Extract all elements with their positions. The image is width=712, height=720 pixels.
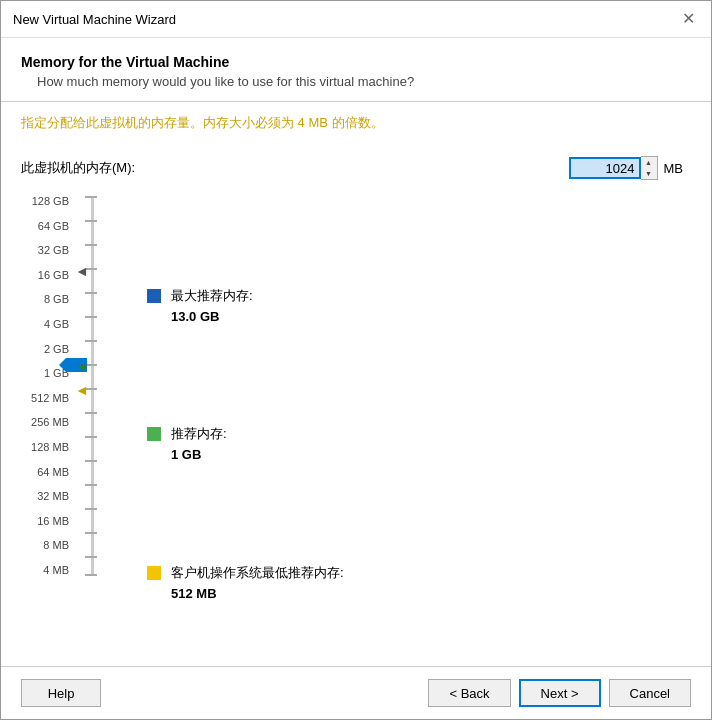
legend-min-recommended: 客户机操作系统最低推荐内存: 512 MB — [147, 564, 691, 601]
tick-4 — [85, 292, 97, 294]
title-bar: New Virtual Machine Wizard ✕ — [1, 1, 711, 38]
tick-2 — [85, 244, 97, 246]
memory-input[interactable] — [569, 157, 641, 179]
scale-64mb: 64 MB — [37, 467, 69, 478]
scale-2gb: 2 GB — [44, 344, 69, 355]
scale-4gb: 4 GB — [44, 319, 69, 330]
scale-256mb: 256 MB — [31, 417, 69, 428]
tick-13 — [85, 508, 97, 510]
footer-right-buttons: < Back Next > Cancel — [428, 679, 691, 707]
tick-10 — [85, 436, 97, 438]
footer-area: Help < Back Next > Cancel — [1, 666, 711, 719]
max-recommended-label: 最大推荐内存: — [171, 287, 253, 305]
scale-512mb: 512 MB — [31, 393, 69, 404]
min-recommended-arrow-icon: ◄ — [75, 383, 89, 397]
scale-128gb: 128 GB — [32, 196, 69, 207]
dialog-title: New Virtual Machine Wizard — [13, 12, 176, 27]
scale-64gb: 64 GB — [38, 221, 69, 232]
spinner-down-button[interactable]: ▼ — [641, 168, 657, 179]
legend-recommended: 推荐内存: 1 GB — [147, 425, 691, 462]
max-recommended-value: 13.0 GB — [171, 309, 691, 324]
tick-16 — [85, 574, 97, 576]
max-recommended-color-box — [147, 289, 161, 303]
recommended-color-box — [147, 427, 161, 441]
scale-4mb: 4 MB — [43, 565, 69, 576]
legends-area: 最大推荐内存: 13.0 GB 推荐内存: 1 GB 客户机 — [107, 196, 691, 654]
legend-max-row: 最大推荐内存: — [147, 287, 691, 305]
recommended-value: 1 GB — [171, 447, 691, 462]
tick-12 — [85, 484, 97, 486]
tick-5 — [85, 316, 97, 318]
tick-0 — [85, 196, 97, 198]
scale-32mb: 32 MB — [37, 491, 69, 502]
scale-16gb: 16 GB — [38, 270, 69, 281]
content-area: 指定分配给此虚拟机的内存量。内存大小必须为 4 MB 的倍数。 此虚拟机的内存(… — [1, 102, 711, 666]
min-recommended-value: 512 MB — [171, 586, 691, 601]
memory-label: 此虚拟机的内存(M): — [21, 159, 135, 177]
tick-6 — [85, 340, 97, 342]
min-recommended-color-box — [147, 566, 161, 580]
recommended-arrow-icon: ◄ — [75, 359, 89, 373]
header-subtitle: How much memory would you like to use fo… — [21, 74, 691, 89]
tick-1 — [85, 220, 97, 222]
close-button[interactable]: ✕ — [678, 9, 699, 29]
max-recommended-arrow-icon: ◄ — [75, 264, 89, 278]
scale-128mb: 128 MB — [31, 442, 69, 453]
slider-area: 128 GB 64 GB 32 GB 16 GB 8 GB 4 GB 2 GB … — [21, 196, 691, 654]
back-button[interactable]: < Back — [428, 679, 510, 707]
scale-8gb: 8 GB — [44, 294, 69, 305]
dialog-window: New Virtual Machine Wizard ✕ Memory for … — [0, 0, 712, 720]
memory-row: 此虚拟机的内存(M): ▲ ▼ MB — [21, 156, 691, 180]
legend-min-row: 客户机操作系统最低推荐内存: — [147, 564, 691, 582]
spinner-up-button[interactable]: ▲ — [641, 157, 657, 168]
help-button[interactable]: Help — [21, 679, 101, 707]
tick-15 — [85, 556, 97, 558]
tick-11 — [85, 460, 97, 462]
spinner-buttons: ▲ ▼ — [641, 156, 658, 180]
header-section: Memory for the Virtual Machine How much … — [1, 38, 711, 102]
legend-rec-row: 推荐内存: — [147, 425, 691, 443]
scale-8mb: 8 MB — [43, 540, 69, 551]
recommended-label: 推荐内存: — [171, 425, 227, 443]
scale-32gb: 32 GB — [38, 245, 69, 256]
slider-track-container[interactable]: ◄ ◄ ◄ — [77, 196, 107, 576]
scale-16mb: 16 MB — [37, 516, 69, 527]
mb-unit-label: MB — [664, 161, 684, 176]
next-button[interactable]: Next > — [519, 679, 601, 707]
info-text: 指定分配给此虚拟机的内存量。内存大小必须为 4 MB 的倍数。 — [21, 114, 691, 140]
memory-input-group: ▲ ▼ MB — [569, 156, 684, 180]
tick-9 — [85, 412, 97, 414]
legend-max-recommended: 最大推荐内存: 13.0 GB — [147, 287, 691, 324]
tick-14 — [85, 532, 97, 534]
min-recommended-label: 客户机操作系统最低推荐内存: — [171, 564, 344, 582]
cancel-button[interactable]: Cancel — [609, 679, 691, 707]
slider-track-line — [91, 196, 94, 576]
header-title: Memory for the Virtual Machine — [21, 54, 691, 70]
scale-labels: 128 GB 64 GB 32 GB 16 GB 8 GB 4 GB 2 GB … — [21, 196, 77, 576]
